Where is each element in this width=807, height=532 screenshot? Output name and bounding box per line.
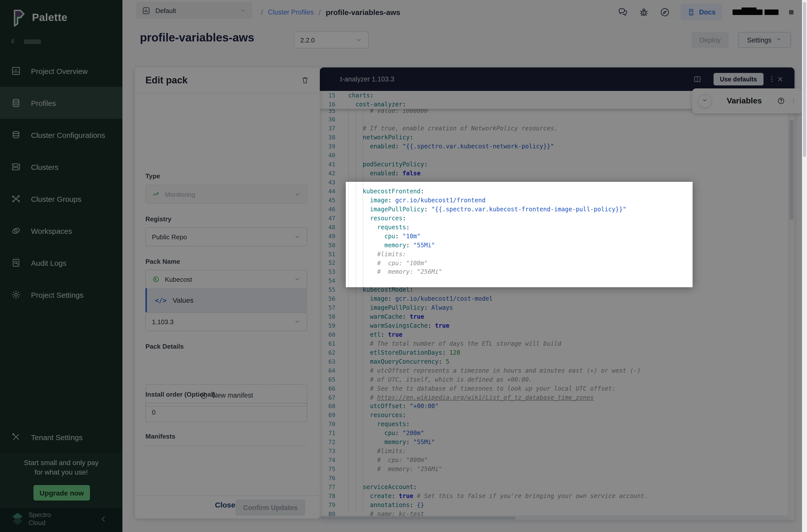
code-line: resources:: [346, 214, 693, 223]
code-line: image: gcr.io/kubecost1/frontend: [346, 196, 693, 205]
app-window: Palette Project OverviewProfilesCluster …: [0, 0, 807, 532]
code-line: # memory: "256Mi": [346, 268, 693, 277]
code-line: #limits:: [346, 250, 693, 259]
code-line: cpu: "10m": [346, 232, 693, 241]
code-line: imagePullPolicy: "{{.spectro.var.kubecos…: [346, 205, 693, 214]
code-line: [346, 277, 693, 286]
highlighted-code-region: kubecostFrontend: image: gcr.io/kubecost…: [346, 182, 693, 287]
code-line: # cpu: "100m": [346, 259, 693, 268]
highlighted-code-lines: kubecostFrontend: image: gcr.io/kubecost…: [346, 187, 693, 286]
page-scrollbar[interactable]: [802, 0, 807, 532]
code-line: kubecostFrontend:: [346, 187, 693, 196]
code-line: requests:: [346, 223, 693, 232]
code-line: memory: "55Mi": [346, 241, 693, 250]
